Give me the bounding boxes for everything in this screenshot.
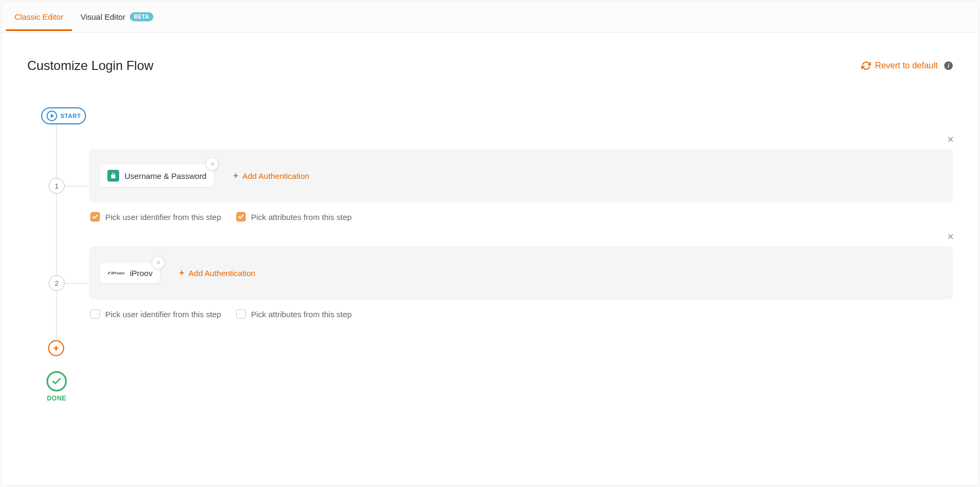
- authenticator-pill: ✔iProov iProov: [100, 263, 160, 283]
- close-icon: [155, 260, 161, 265]
- step-body: ✔iProov iProov + Add Authentication: [89, 246, 953, 319]
- authenticator-name: iProov: [130, 269, 153, 278]
- editor-tabs: Classic Editor Visual Editor BETA: [2, 2, 978, 33]
- delete-step-button[interactable]: [946, 231, 955, 243]
- pick-attributes-checkbox[interactable]: Pick attributes from this step: [236, 309, 352, 319]
- page-title: Customize Login Flow: [27, 58, 153, 73]
- pick-identifier-label: Pick user identifier from this step: [105, 310, 221, 319]
- revert-to-default-button[interactable]: Revert to default i: [861, 61, 953, 70]
- pick-identifier-checkbox[interactable]: Pick user identifier from this step: [90, 309, 221, 319]
- iproov-icon: ✔iProov: [107, 271, 125, 276]
- tab-classic-label: Classic Editor: [14, 12, 64, 21]
- done-label: DONE: [42, 395, 71, 402]
- add-authentication-button[interactable]: + Add Authentication: [233, 171, 309, 180]
- plus-icon: +: [233, 171, 238, 180]
- play-icon: [46, 111, 57, 121]
- pick-attributes-label: Pick attributes from this step: [251, 213, 352, 222]
- connector-line: [65, 186, 89, 186]
- flow-done-node: DONE: [42, 371, 71, 402]
- step-number: 2: [49, 275, 65, 291]
- authenticator-pill: Username & Password: [100, 164, 214, 187]
- info-icon[interactable]: i: [944, 61, 953, 70]
- pick-attributes-label: Pick attributes from this step: [251, 310, 352, 319]
- pick-identifier-label: Pick user identifier from this step: [105, 213, 221, 222]
- step-options: Pick user identifier from this step Pick…: [90, 212, 953, 222]
- close-icon: [946, 232, 955, 241]
- refresh-icon: [861, 61, 871, 70]
- flow-step: 2 ✔iProov iProov: [49, 246, 953, 319]
- plus-icon: +: [53, 343, 59, 354]
- step-number: 1: [49, 178, 65, 194]
- check-circle-icon: [46, 371, 67, 391]
- login-flow: START 1: [27, 107, 953, 402]
- revert-label: Revert to default: [875, 61, 938, 70]
- add-step-button[interactable]: +: [48, 340, 64, 356]
- header-row: Customize Login Flow Revert to default i: [27, 58, 953, 73]
- checkbox-icon: [236, 309, 246, 319]
- add-authentication-button[interactable]: + Add Authentication: [179, 268, 255, 278]
- checkbox-icon: [236, 212, 246, 222]
- lock-icon: [107, 170, 119, 182]
- editor-container: Classic Editor Visual Editor BETA Custom…: [1, 1, 979, 486]
- tab-visual-label: Visual Editor: [81, 12, 126, 21]
- flow-step: 1: [49, 149, 953, 222]
- tab-classic-editor[interactable]: Classic Editor: [6, 3, 72, 31]
- beta-badge: BETA: [130, 12, 153, 21]
- remove-authenticator-button[interactable]: [206, 158, 218, 170]
- checkbox-icon: [90, 212, 100, 222]
- close-icon: [209, 161, 215, 167]
- start-label: START: [60, 113, 81, 119]
- content-area: Customize Login Flow Revert to default i…: [2, 33, 978, 428]
- connector-line: [65, 283, 89, 284]
- pick-identifier-checkbox[interactable]: Pick user identifier from this step: [90, 212, 221, 222]
- delete-step-button[interactable]: [946, 134, 955, 146]
- close-icon: [946, 135, 955, 144]
- pick-attributes-checkbox[interactable]: Pick attributes from this step: [236, 212, 352, 222]
- step-options: Pick user identifier from this step Pick…: [90, 309, 953, 319]
- add-auth-label: Add Authentication: [189, 269, 255, 278]
- step-card: Username & Password + Add Authentication: [89, 149, 953, 202]
- authenticator-name: Username & Password: [125, 171, 206, 180]
- remove-authenticator-button[interactable]: [152, 257, 164, 269]
- checkbox-icon: [90, 309, 100, 319]
- step-card: ✔iProov iProov + Add Authentication: [89, 246, 953, 300]
- tab-visual-editor[interactable]: Visual Editor BETA: [72, 3, 162, 31]
- steps-wrapper: 1: [49, 149, 953, 402]
- flow-start-node: START: [41, 107, 86, 124]
- step-body: Username & Password + Add Authentication: [89, 149, 953, 222]
- add-auth-label: Add Authentication: [243, 171, 309, 180]
- plus-icon: +: [179, 268, 184, 278]
